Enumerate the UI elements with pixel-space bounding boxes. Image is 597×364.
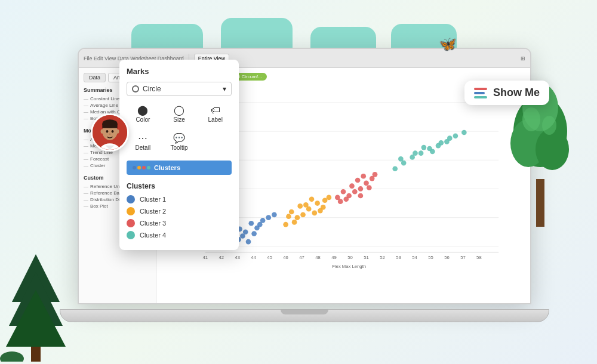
- marks-title: Marks: [127, 67, 232, 76]
- svg-point-37: [286, 214, 291, 219]
- svg-text:56: 56: [444, 255, 450, 260]
- svg-point-96: [106, 130, 109, 133]
- bar-red: [474, 88, 487, 90]
- size-button[interactable]: ◯ Size: [163, 102, 196, 127]
- svg-point-19: [240, 233, 245, 239]
- svg-point-52: [367, 185, 372, 190]
- dot-4: [147, 166, 150, 169]
- tooltip-icon: 💬: [173, 134, 185, 143]
- cluster-3-item: Cluster 3: [127, 219, 232, 227]
- svg-point-59: [418, 150, 424, 156]
- cluster-2-dot: [127, 207, 135, 215]
- svg-point-111: [522, 107, 540, 131]
- bar-teal: [474, 96, 487, 98]
- circle-icon: [132, 85, 139, 92]
- cluster-4-dot: [127, 231, 135, 239]
- svg-text:42: 42: [219, 255, 224, 260]
- svg-point-28: [315, 200, 320, 206]
- cluster-4-item: Cluster 4: [127, 231, 232, 239]
- svg-point-39: [321, 205, 326, 210]
- svg-text:43: 43: [235, 255, 240, 260]
- cluster-1-item: Cluster 1: [127, 195, 232, 203]
- clusters-button[interactable]: Clusters: [127, 161, 232, 175]
- svg-text:49: 49: [331, 255, 337, 260]
- svg-point-48: [361, 174, 366, 179]
- svg-rect-106: [536, 179, 544, 227]
- svg-point-44: [355, 178, 361, 183]
- svg-point-34: [303, 202, 309, 208]
- color-label: Color: [136, 116, 150, 123]
- svg-point-112: [542, 116, 556, 135]
- chevron-down-icon: ▾: [223, 85, 226, 93]
- svg-text:53: 53: [396, 255, 401, 260]
- svg-point-26: [297, 203, 303, 209]
- dot-3: [142, 166, 146, 169]
- cluster-3-dot: [127, 219, 135, 227]
- svg-point-43: [358, 186, 364, 192]
- label-label: Label: [208, 116, 222, 123]
- avatar-svg: [93, 115, 127, 150]
- svg-point-56: [392, 166, 398, 171]
- svg-text:55: 55: [428, 255, 433, 260]
- cluster-1-dot: [127, 195, 135, 203]
- color-icon: ⬤: [137, 106, 148, 115]
- bar-blue: [474, 92, 485, 94]
- svg-point-42: [349, 183, 355, 189]
- dot-2: [137, 166, 141, 169]
- svg-point-49: [343, 196, 349, 202]
- tooltip-button[interactable]: 💬 Tooltip: [163, 130, 196, 155]
- label-button[interactable]: 🏷 Label: [199, 102, 232, 127]
- marks-buttons-grid: ⬤ Color ◯ Size 🏷 Label ⋯ Detail 💬 Toolti…: [127, 102, 232, 155]
- color-button[interactable]: ⬤ Color: [127, 102, 159, 127]
- marks-dropdown-label: Circle: [143, 85, 161, 93]
- cluster-1-label: Cluster 1: [140, 196, 166, 203]
- svg-point-20: [246, 239, 251, 245]
- svg-point-40: [283, 222, 288, 227]
- svg-text:52: 52: [380, 255, 385, 260]
- svg-text:48: 48: [315, 255, 321, 260]
- size-icon: ◯: [174, 106, 184, 115]
- svg-point-99: [101, 129, 104, 134]
- marks-dropdown[interactable]: Circle ▾: [127, 82, 232, 96]
- dot-1: [133, 166, 136, 169]
- detail-icon: ⋯: [138, 134, 147, 143]
- svg-point-98: [109, 134, 111, 135]
- svg-point-21: [251, 231, 257, 236]
- svg-point-30: [295, 215, 300, 220]
- show-me-icon: [474, 88, 487, 98]
- svg-point-64: [413, 150, 418, 156]
- svg-text:58: 58: [476, 255, 482, 260]
- cluster-3-label: Cluster 3: [140, 220, 166, 227]
- cluster-2-item: Cluster 2: [127, 207, 232, 215]
- svg-point-97: [112, 130, 114, 133]
- svg-point-31: [309, 196, 315, 202]
- svg-point-68: [447, 135, 453, 141]
- cluster-4-label: Cluster 4: [140, 232, 166, 239]
- marks-panel: Marks Circle ▾ ⬤ Color ◯ Size 🏷 Label ⋯ …: [119, 60, 239, 250]
- svg-point-53: [338, 199, 343, 204]
- detail-button[interactable]: ⋯ Detail: [127, 130, 159, 155]
- svg-point-11: [248, 221, 254, 226]
- svg-point-109: [536, 128, 569, 170]
- svg-text:50: 50: [347, 255, 353, 260]
- clusters-label: Clusters: [154, 164, 180, 171]
- svg-text:44: 44: [251, 255, 256, 260]
- svg-text:51: 51: [364, 255, 369, 260]
- show-me-button[interactable]: Show Me: [464, 81, 549, 105]
- butterfly-decoration: 🦋: [439, 36, 457, 53]
- svg-text:54: 54: [412, 255, 417, 260]
- avatar: [91, 113, 129, 152]
- svg-point-105: [0, 351, 24, 362]
- svg-point-54: [373, 172, 378, 177]
- svg-point-100: [116, 129, 119, 134]
- svg-point-47: [352, 189, 358, 195]
- cluster-2-label: Cluster 2: [140, 208, 166, 215]
- tree-left: [0, 242, 72, 364]
- data-tab[interactable]: Data: [84, 73, 106, 82]
- svg-point-55: [358, 193, 364, 199]
- svg-point-66: [430, 149, 435, 154]
- svg-point-18: [266, 215, 271, 220]
- laptop-base: [60, 309, 549, 322]
- svg-point-67: [438, 140, 444, 146]
- svg-text:41: 41: [202, 255, 208, 260]
